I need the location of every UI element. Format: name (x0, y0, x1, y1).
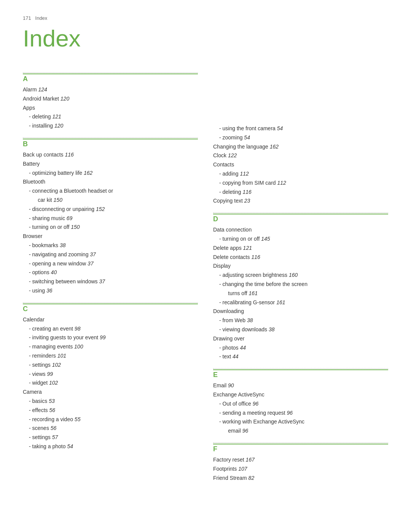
list-item: - recording a video 55 (23, 415, 198, 424)
page-number: 171 Index (23, 15, 388, 21)
list-item: - using 36 (23, 286, 198, 296)
list-item: - photos 44 (213, 343, 388, 353)
list-item: - managing events 100 (23, 342, 198, 351)
list-item: Back up contacts 116 (23, 150, 198, 160)
list-item: Battery (23, 160, 198, 169)
list-item: - deleting 121 (23, 112, 198, 121)
list-item: - creating an event 98 (23, 324, 198, 334)
section-a: A Alarm 124 Android Market 120 Apps - de… (23, 72, 198, 131)
list-item: Browser (23, 232, 198, 241)
list-item: - working with Exchange ActiveSync email… (213, 417, 388, 436)
list-item: Factory reset 167 (213, 455, 388, 465)
list-item: Email 90 (213, 381, 388, 390)
list-item: - scenes 56 (23, 424, 198, 433)
list-item: Contacts (213, 160, 388, 169)
list-item: - navigating and zooming 37 (23, 250, 198, 259)
list-item: Display (213, 262, 388, 271)
list-item: - changing the time before the screen tu… (213, 280, 388, 298)
list-item: - options 40 (23, 268, 198, 277)
list-item: - adjusting screen brightness 160 (213, 271, 388, 280)
list-item: - reminders 101 (23, 351, 198, 361)
list-item: - views 99 (23, 370, 198, 379)
list-item: - turning on or off 145 (213, 235, 388, 244)
section-c: C Calendar - creating an event 98 - invi… (23, 302, 198, 451)
list-item: - disconnecting or unpairing 152 (23, 205, 198, 214)
list-item: - switching between windows 37 (23, 277, 198, 286)
page-title: Index (23, 25, 388, 52)
list-item: - sending a meeting request 96 (213, 409, 388, 418)
list-item: - connecting a Bluetooth headset or car … (23, 187, 198, 205)
list-item: Exchange ActiveSync (213, 390, 388, 399)
list-item: - opening a new window 37 (23, 259, 198, 268)
list-item: - inviting guests to your event 99 (23, 333, 198, 342)
list-item: Bluetooth (23, 177, 198, 187)
list-item: - sharing music 69 (23, 214, 198, 223)
list-item: - text 44 (213, 352, 388, 361)
list-item: Apps (23, 104, 198, 113)
right-column: - using the front camera 54 - zooming 54… (213, 71, 388, 489)
list-item: - zooming 54 (213, 133, 388, 142)
letter-f: F (213, 444, 388, 453)
list-item: - viewing downloads 38 (213, 325, 388, 334)
list-item: - copying from SIM card 112 (213, 179, 388, 188)
list-item: Copying text 23 (213, 197, 388, 206)
letter-b: B (23, 139, 198, 148)
list-item: Footprints 107 (213, 465, 388, 474)
list-item: - recalibrating G-sensor 161 (213, 298, 388, 307)
section-c-continued: - using the front camera 54 - zooming 54… (213, 124, 388, 206)
left-column: A Alarm 124 Android Market 120 Apps - de… (23, 71, 198, 489)
list-item: - installing 120 (23, 121, 198, 131)
list-item: - bookmarks 38 (23, 241, 198, 250)
section-d: D Data connection - turning on or off 14… (213, 212, 388, 361)
list-item: Android Market 120 (23, 94, 198, 104)
letter-a: A (23, 73, 198, 83)
list-item: - optimizing battery life 162 (23, 169, 198, 178)
list-item: - settings 102 (23, 361, 198, 370)
index-content: A Alarm 124 Android Market 120 Apps - de… (23, 71, 388, 489)
section-e: E Email 90 Exchange ActiveSync - Out of … (213, 368, 388, 436)
list-item: - from Web 38 (213, 316, 388, 325)
section-b: B Back up contacts 116 Battery - optimiz… (23, 137, 198, 296)
list-item: - basics 53 (23, 397, 198, 406)
list-item: Camera (23, 388, 198, 397)
list-item: Friend Stream 82 (213, 474, 388, 483)
list-item: Downloading (213, 307, 388, 316)
list-item: - Out of office 96 (213, 399, 388, 409)
list-item: Data connection (213, 225, 388, 235)
list-item: Drawing over (213, 334, 388, 343)
list-item: Alarm 124 (23, 85, 198, 94)
list-item: - settings 57 (23, 433, 198, 442)
list-item: Clock 122 (213, 151, 388, 160)
list-item: Delete contacts 116 (213, 253, 388, 262)
letter-c: C (23, 304, 198, 313)
letter-e: E (213, 369, 388, 379)
list-item: - using the front camera 54 (213, 124, 388, 133)
list-item: - taking a photo 54 (23, 442, 198, 451)
list-item: Delete apps 121 (213, 244, 388, 253)
list-item: - widget 102 (23, 379, 198, 388)
section-f: F Factory reset 167 Footprints 107 Frien… (213, 443, 388, 482)
list-item: - deleting 116 (213, 188, 388, 197)
letter-d: D (213, 214, 388, 223)
list-item: - effects 56 (23, 406, 198, 415)
list-item: Changing the language 162 (213, 142, 388, 152)
list-item: - turning on or off 150 (23, 223, 198, 232)
list-item: Calendar (23, 315, 198, 324)
list-item: - adding 112 (213, 169, 388, 179)
